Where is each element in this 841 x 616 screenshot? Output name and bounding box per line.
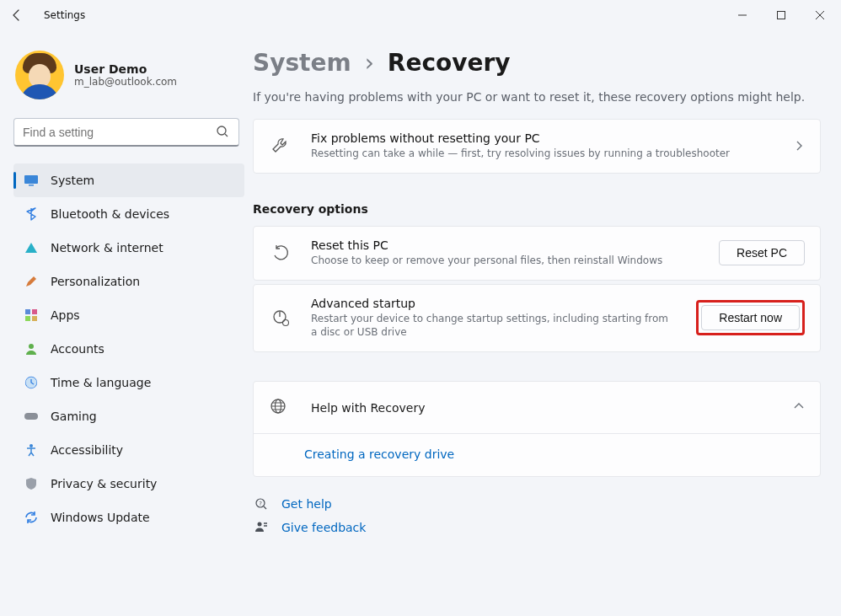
nav-label: Privacy & security [51, 477, 157, 490]
give-feedback-label: Give feedback [281, 521, 366, 534]
svg-rect-7 [32, 316, 37, 321]
reset-pc-button[interactable]: Reset PC [719, 240, 805, 265]
card-desc: Restart your device to change startup se… [311, 312, 673, 340]
nav-label: Accessibility [51, 443, 123, 457]
titlebar: Settings [0, 0, 841, 30]
chevron-right-icon [793, 140, 805, 152]
avatar [15, 51, 64, 99]
restart-now-button[interactable]: Restart now [701, 305, 800, 330]
apps-icon [24, 308, 39, 323]
nav-item-personalization[interactable]: Personalization [13, 265, 244, 298]
wrench-icon [269, 137, 292, 155]
nav-label: Accounts [51, 342, 104, 356]
wifi-icon [24, 240, 39, 255]
sidebar: User Demo m_lab@outlook.com System Bluet… [0, 30, 253, 616]
breadcrumb-parent[interactable]: System [253, 49, 351, 77]
svg-point-19 [258, 522, 262, 527]
nav-label: Time & language [51, 376, 151, 389]
svg-point-1 [217, 126, 226, 135]
power-gear-icon [269, 308, 292, 327]
nav-item-gaming[interactable]: Gaming [13, 399, 244, 433]
accessibility-icon [24, 442, 39, 458]
card-desc: Resetting can take a while — first, try … [311, 147, 774, 161]
nav-label: Bluetooth & devices [51, 207, 169, 221]
brush-icon [24, 274, 39, 289]
close-button[interactable] [801, 0, 839, 30]
svg-rect-0 [778, 12, 785, 19]
nav-item-privacy[interactable]: Privacy & security [13, 467, 244, 501]
chevron-up-icon [793, 400, 805, 415]
nav-item-accounts[interactable]: Accounts [13, 332, 244, 366]
nav-item-network[interactable]: Network & internet [13, 231, 244, 265]
user-email: m_lab@outlook.com [74, 76, 177, 88]
minimize-button[interactable] [723, 0, 762, 30]
monitor-icon [24, 173, 39, 188]
breadcrumb-sep: › [365, 49, 374, 77]
svg-point-12 [29, 444, 33, 447]
nav-label: Apps [51, 308, 80, 322]
nav-label: System [51, 174, 94, 187]
nav-item-update[interactable]: Windows Update [13, 501, 244, 534]
svg-rect-2 [24, 175, 38, 184]
back-button[interactable] [2, 0, 32, 30]
help-card: Help with Recovery Creating a recovery d… [253, 381, 821, 477]
svg-rect-11 [24, 413, 38, 420]
nav-label: Gaming [51, 410, 97, 423]
recovery-drive-link[interactable]: Creating a recovery drive [304, 447, 454, 461]
nav-label: Network & internet [51, 241, 163, 254]
window-title: Settings [44, 9, 85, 21]
card-title: Reset this PC [311, 238, 700, 252]
bluetooth-icon [24, 206, 39, 222]
page-subtitle: If you're having problems with your PC o… [253, 90, 821, 104]
maximize-button[interactable] [762, 0, 801, 30]
user-name: User Demo [74, 62, 177, 76]
globe-icon [269, 397, 292, 418]
person-icon [24, 341, 39, 356]
nav-item-bluetooth[interactable]: Bluetooth & devices [13, 197, 244, 231]
reset-pc-card: Reset this PC Choose to keep or remove y… [253, 226, 821, 281]
breadcrumb-current: Recovery [388, 49, 511, 77]
card-title: Advanced startup [311, 297, 678, 310]
help-icon: ? [253, 497, 270, 511]
section-label: Recovery options [253, 202, 821, 216]
nav-item-apps[interactable]: Apps [13, 298, 244, 332]
nav-item-time[interactable]: Time & language [13, 366, 244, 399]
nav-label: Windows Update [51, 511, 150, 524]
svg-text:?: ? [259, 501, 262, 507]
breadcrumb: System › Recovery [253, 49, 821, 77]
nav-item-system[interactable]: System [13, 163, 244, 197]
main-content: System › Recovery If you're having probl… [253, 30, 841, 616]
shield-icon [24, 476, 39, 491]
fix-problems-card[interactable]: Fix problems without resetting your PC R… [253, 119, 821, 174]
help-link-row: Creating a recovery drive [254, 433, 820, 476]
profile-block[interactable]: User Demo m_lab@outlook.com [13, 46, 244, 104]
search-icon [216, 125, 229, 141]
svg-point-14 [283, 320, 289, 326]
svg-rect-3 [29, 185, 34, 186]
search-input[interactable] [13, 118, 239, 147]
give-feedback-link[interactable]: Give feedback [253, 521, 821, 534]
card-desc: Choose to keep or remove your personal f… [311, 254, 700, 268]
footer-links: ? Get help Give feedback [253, 497, 821, 534]
svg-point-8 [29, 344, 34, 349]
gamepad-icon [24, 409, 39, 424]
nav-item-accessibility[interactable]: Accessibility [13, 433, 244, 467]
card-title: Fix problems without resetting your PC [311, 131, 774, 145]
update-icon [24, 510, 39, 525]
svg-rect-5 [32, 309, 37, 314]
help-title: Help with Recovery [311, 401, 774, 415]
nav-label: Personalization [51, 275, 140, 288]
svg-rect-6 [25, 316, 30, 321]
highlight-box: Restart now [696, 300, 805, 335]
get-help-link[interactable]: ? Get help [253, 497, 821, 511]
feedback-icon [253, 521, 270, 534]
help-header[interactable]: Help with Recovery [254, 382, 820, 433]
get-help-label: Get help [281, 497, 332, 511]
nav-list: System Bluetooth & devices Network & int… [13, 163, 244, 534]
advanced-startup-card: Advanced startup Restart your device to … [253, 284, 821, 353]
svg-rect-4 [25, 309, 30, 314]
clock-icon [24, 375, 39, 390]
reset-icon [269, 244, 292, 262]
